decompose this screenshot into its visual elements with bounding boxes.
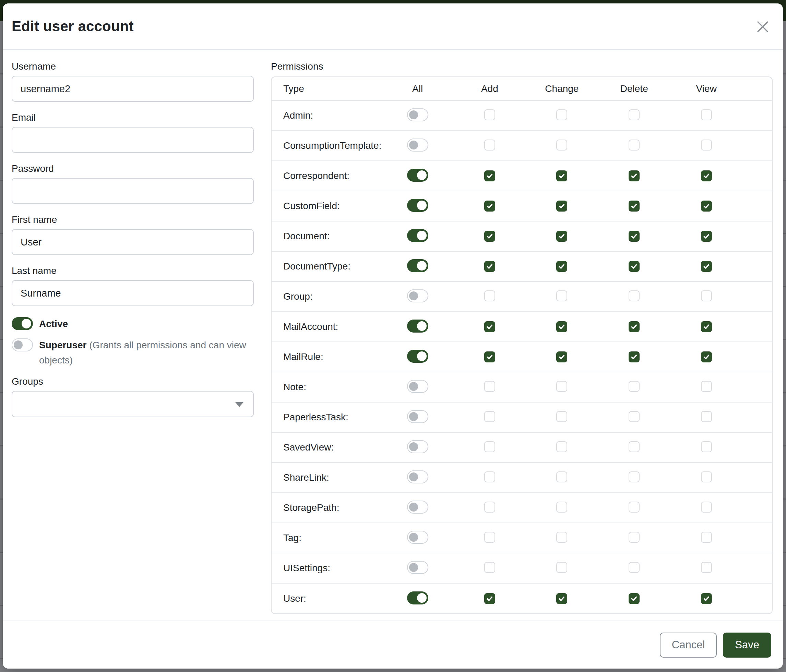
permission-change-checkbox[interactable] (556, 261, 567, 272)
permission-change-checkbox[interactable] (556, 352, 567, 363)
permission-change-checkbox[interactable] (556, 140, 567, 151)
permission-delete-checkbox[interactable] (629, 352, 640, 363)
permission-add-checkbox[interactable] (484, 411, 495, 422)
permission-all-toggle[interactable] (407, 501, 428, 513)
permission-delete-checkbox[interactable] (629, 593, 640, 604)
permission-view-checkbox[interactable] (701, 381, 712, 392)
permission-all-toggle[interactable] (407, 259, 428, 272)
cancel-button[interactable]: Cancel (660, 633, 717, 658)
permission-view-checkbox[interactable] (701, 261, 712, 272)
permission-all-toggle[interactable] (407, 108, 428, 121)
active-toggle[interactable] (12, 317, 33, 330)
permission-all-toggle[interactable] (407, 531, 428, 544)
permission-delete-checkbox[interactable] (629, 471, 640, 482)
permission-change-checkbox[interactable] (556, 201, 567, 212)
permission-delete-checkbox[interactable] (629, 321, 640, 332)
permission-all-toggle[interactable] (407, 592, 428, 604)
groups-select[interactable] (12, 391, 254, 417)
permission-view-checkbox[interactable] (701, 109, 712, 120)
permission-change-checkbox[interactable] (556, 441, 567, 452)
permission-add-checkbox[interactable] (484, 321, 495, 332)
permission-view-checkbox[interactable] (701, 352, 712, 363)
permission-change-checkbox[interactable] (556, 290, 567, 301)
permission-change-checkbox[interactable] (556, 381, 567, 392)
row-filler-cell (742, 493, 772, 523)
column-header-add: Add (454, 77, 526, 100)
permission-change-checkbox[interactable] (556, 471, 567, 482)
permission-delete-checkbox[interactable] (629, 411, 640, 422)
permission-view-checkbox[interactable] (701, 140, 712, 151)
permission-view-checkbox[interactable] (701, 170, 712, 181)
permission-all-toggle[interactable] (407, 380, 428, 393)
permission-delete-checkbox[interactable] (629, 170, 640, 181)
permission-all-toggle[interactable] (407, 440, 428, 453)
permission-add-checkbox[interactable] (484, 471, 495, 482)
permission-view-checkbox[interactable] (701, 321, 712, 332)
permission-change-checkbox[interactable] (556, 170, 567, 181)
permission-all-toggle[interactable] (407, 289, 428, 302)
permission-view-checkbox[interactable] (701, 201, 712, 212)
toggle-knob (409, 412, 418, 421)
permission-delete-checkbox[interactable] (629, 109, 640, 120)
permission-change-checkbox[interactable] (556, 231, 567, 242)
permission-add-checkbox[interactable] (484, 170, 495, 181)
permission-delete-checkbox[interactable] (629, 231, 640, 242)
permission-add-checkbox[interactable] (484, 109, 495, 120)
permission-change-checkbox[interactable] (556, 593, 567, 604)
permission-change-checkbox[interactable] (556, 411, 567, 422)
permission-add-checkbox[interactable] (484, 290, 495, 301)
permission-view-checkbox[interactable] (701, 471, 712, 482)
permission-delete-checkbox[interactable] (629, 381, 640, 392)
permission-all-toggle[interactable] (407, 350, 428, 363)
permission-all-toggle[interactable] (407, 138, 428, 152)
permission-change-checkbox[interactable] (556, 562, 567, 573)
permission-add-checkbox[interactable] (484, 593, 495, 604)
permission-add-checkbox[interactable] (484, 140, 495, 151)
permission-all-toggle[interactable] (407, 229, 428, 242)
permission-delete-checkbox[interactable] (629, 140, 640, 151)
permission-add-checkbox[interactable] (484, 532, 495, 543)
permission-all-toggle[interactable] (407, 561, 428, 574)
permission-add-checkbox[interactable] (484, 562, 495, 573)
password-input[interactable] (12, 178, 254, 204)
permission-change-checkbox[interactable] (556, 502, 567, 513)
permission-all-toggle[interactable] (407, 169, 428, 182)
permission-view-checkbox[interactable] (701, 532, 712, 543)
permission-add-checkbox[interactable] (484, 231, 495, 242)
permission-delete-checkbox[interactable] (629, 261, 640, 272)
close-button[interactable] (755, 19, 770, 35)
permission-add-checkbox[interactable] (484, 502, 495, 513)
username-input[interactable] (12, 76, 254, 102)
permission-all-toggle[interactable] (407, 410, 428, 423)
permission-delete-checkbox[interactable] (629, 441, 640, 452)
last-name-input[interactable] (12, 280, 254, 306)
permission-view-checkbox[interactable] (701, 290, 712, 301)
permission-add-checkbox[interactable] (484, 261, 495, 272)
permission-delete-checkbox[interactable] (629, 532, 640, 543)
permission-all-toggle[interactable] (407, 470, 428, 484)
permission-change-checkbox[interactable] (556, 109, 567, 120)
last-name-field-group: Last name (12, 265, 254, 306)
permission-view-checkbox[interactable] (701, 593, 712, 604)
permission-delete-checkbox[interactable] (629, 562, 640, 573)
permission-view-checkbox[interactable] (701, 411, 712, 422)
permission-add-checkbox[interactable] (484, 352, 495, 363)
first-name-input[interactable] (12, 229, 254, 255)
permission-all-toggle[interactable] (407, 320, 428, 333)
save-button[interactable]: Save (723, 633, 771, 658)
permission-view-checkbox[interactable] (701, 231, 712, 242)
email-input[interactable] (12, 127, 254, 153)
permission-add-checkbox[interactable] (484, 201, 495, 212)
permission-add-checkbox[interactable] (484, 441, 495, 452)
permission-all-toggle[interactable] (407, 199, 428, 212)
permission-view-checkbox[interactable] (701, 441, 712, 452)
permission-view-checkbox[interactable] (701, 562, 712, 573)
permission-add-checkbox[interactable] (484, 381, 495, 392)
permission-delete-checkbox[interactable] (629, 502, 640, 513)
permission-change-checkbox[interactable] (556, 321, 567, 332)
permission-change-checkbox[interactable] (556, 532, 567, 543)
permission-delete-checkbox[interactable] (629, 201, 640, 212)
superuser-toggle[interactable] (12, 338, 33, 352)
permission-delete-checkbox[interactable] (629, 290, 640, 301)
permission-view-checkbox[interactable] (701, 502, 712, 513)
